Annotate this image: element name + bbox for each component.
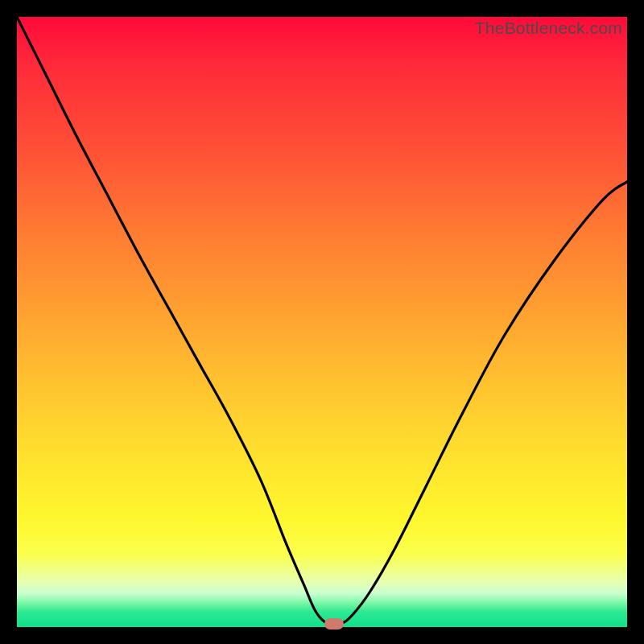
bottleneck-curve bbox=[17, 17, 627, 627]
plot-area: TheBottleneck.com bbox=[17, 17, 627, 627]
minimum-marker bbox=[324, 618, 344, 630]
chart-frame: TheBottleneck.com bbox=[0, 0, 644, 644]
